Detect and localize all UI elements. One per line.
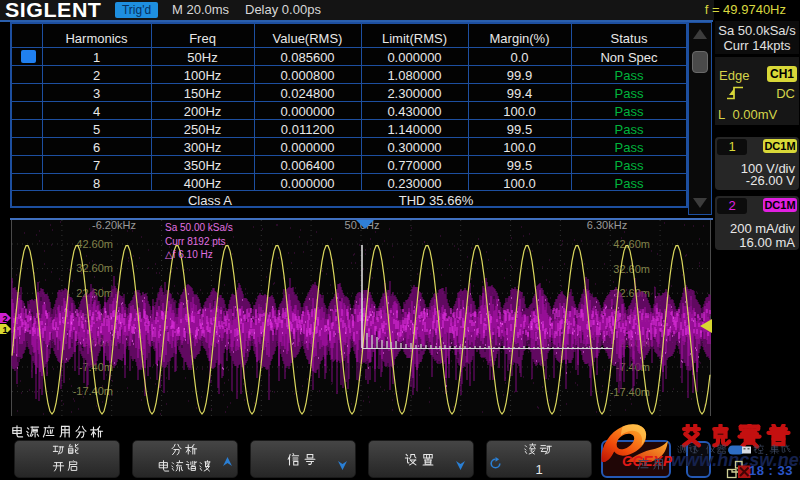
svg-text:-6.20kHz: -6.20kHz bbox=[92, 219, 136, 231]
svg-text:6.30kHz: 6.30kHz bbox=[587, 219, 627, 231]
svg-text:1: 1 bbox=[3, 325, 8, 335]
svg-text:42.60m: 42.60m bbox=[613, 238, 650, 250]
svg-text:△f 6.10 Hz: △f 6.10 Hz bbox=[165, 249, 213, 260]
svg-text:42.60m: 42.60m bbox=[76, 238, 113, 250]
svg-text:Sa 50.00 kSa/s: Sa 50.00 kSa/s bbox=[165, 222, 233, 233]
svg-text:2: 2 bbox=[3, 314, 8, 324]
svg-text:-17.40m: -17.40m bbox=[610, 386, 650, 398]
svg-text:Curr 8192 pts: Curr 8192 pts bbox=[165, 236, 226, 247]
